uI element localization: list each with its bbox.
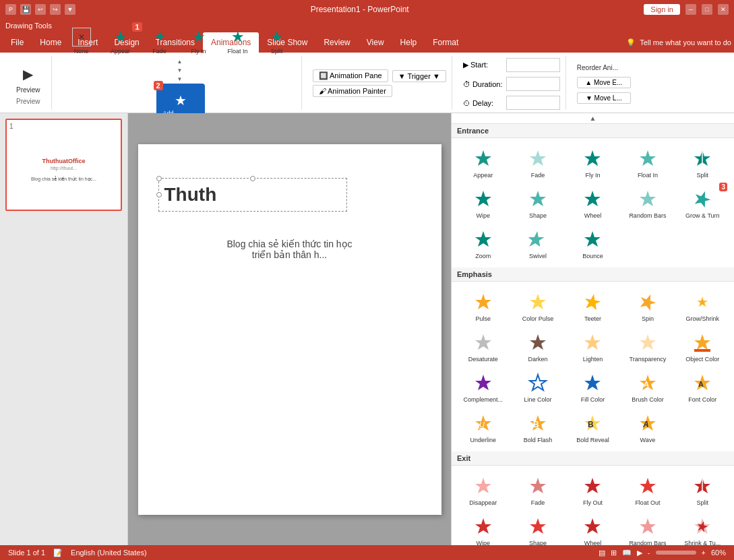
anim-darken[interactable]: Darken [512, 328, 563, 365]
anim-object-color[interactable]: Object Color [677, 328, 729, 365]
anim-floatout[interactable]: Float Out [621, 471, 673, 509]
anim-swivel-entrance[interactable]: Swivel [512, 224, 563, 262]
view-reading-icon[interactable]: 📖 [622, 549, 632, 557]
anim-wave[interactable]: A Wave [621, 408, 673, 446]
svg-marker-18 [638, 292, 658, 312]
handle-ml[interactable] [156, 192, 162, 197]
customize-icon[interactable]: ▼ [65, 4, 75, 15]
zoom-in-icon[interactable]: + [702, 549, 706, 557]
anim-flyin-entrance[interactable]: ↑ Fly In [567, 144, 619, 181]
anim-shape-exit[interactable]: Shape [512, 511, 563, 545]
anim-wheel[interactable]: Wheel [567, 184, 619, 222]
svg-marker-10 [640, 191, 656, 206]
anim-shrink-turn[interactable]: Shrink & Tu... [677, 511, 729, 545]
panel-scroll-up[interactable]: ▲ [590, 115, 597, 122]
animation-pane-button[interactable]: 🔲 Animation Pane [313, 69, 388, 82]
anim-bounce-entrance[interactable]: Bounce [567, 224, 619, 262]
anim-bold-reveal[interactable]: B Bold Reveal [567, 408, 619, 446]
anim-spin[interactable]: Spin [621, 287, 673, 325]
anim-transparency[interactable]: Transparency [621, 328, 673, 365]
view-slider-icon[interactable]: ⊞ [611, 549, 617, 557]
redo-icon[interactable]: ↪ [50, 4, 61, 15]
delay-input[interactable] [506, 96, 560, 110]
anim-wheel-exit[interactable]: Wheel [567, 511, 619, 545]
anim-random-bars-exit[interactable]: Random Bars [621, 511, 673, 545]
shrink-turn-icon [690, 514, 714, 538]
anim-wipe-exit[interactable]: Wipe [457, 511, 509, 545]
scroll-up-button[interactable]: ▲ [176, 57, 184, 66]
anim-underline[interactable]: U Underline [457, 408, 509, 446]
maximize-icon[interactable]: □ [702, 4, 712, 15]
anim-disappear[interactable]: Disappear [457, 471, 509, 509]
menu-view[interactable]: View [359, 32, 392, 53]
slide-thumbnail[interactable]: 1 ThuthuatOffice http://thuut... Blog ch… [5, 119, 122, 211]
menu-file[interactable]: File [3, 32, 32, 53]
pulse-icon [471, 290, 495, 314]
anim-pulse[interactable]: Pulse [457, 287, 509, 325]
anim-none-button[interactable]: ✕ None [63, 25, 100, 57]
anim-flyout[interactable]: Fly Out [567, 471, 619, 509]
anim-fill-color[interactable]: Fill Color [567, 368, 619, 406]
anim-shape[interactable]: Shape [512, 184, 563, 222]
animation-painter-button[interactable]: 🖌 Animation Painter [313, 85, 392, 97]
anim-floatin-button[interactable]: ★ Float In [219, 25, 257, 57]
sign-in-button[interactable]: Sign in [644, 4, 680, 15]
anim-grow-turn[interactable]: 3 Grow & Turn [677, 184, 729, 222]
anim-grow-shrink[interactable]: Grow/Shrink [677, 287, 729, 325]
anim-font-color[interactable]: A Font Color [677, 368, 729, 406]
scroll-down-button[interactable]: ▼ [176, 66, 184, 75]
minimize-icon[interactable]: ─ [685, 4, 696, 15]
scroll-more-button[interactable]: ▼ [176, 75, 184, 84]
svg-marker-12 [475, 231, 491, 247]
anim-zoom[interactable]: Zoom [457, 224, 509, 262]
anim-line-color[interactable]: Line Color [512, 368, 563, 406]
slide-thumb-content: ThuthuatOffice http://thuut... Blog chia… [9, 133, 118, 207]
zoom-bar[interactable] [656, 551, 696, 555]
zoom-out-icon[interactable]: - [648, 549, 650, 557]
start-input[interactable] [506, 58, 560, 72]
menu-help[interactable]: Help [392, 32, 425, 53]
menu-format[interactable]: Format [425, 32, 466, 53]
move-earlier-button[interactable]: ▲ Move E... [577, 77, 631, 88]
anim-teeter[interactable]: Teeter [567, 287, 619, 325]
anim-split-button[interactable]: ★ Split [258, 25, 296, 57]
anim-complement[interactable]: Complement... [457, 368, 509, 406]
trigger-button[interactable]: ▼ Trigger ▼ [392, 70, 446, 82]
view-slideshow-icon[interactable]: ▶ [637, 549, 642, 557]
anim-fade-button[interactable]: ✦ Fade [141, 25, 179, 57]
handle-tl[interactable] [156, 176, 162, 181]
close-icon[interactable]: ✕ [718, 4, 729, 15]
svg-marker-11 [692, 189, 712, 209]
anim-lighten[interactable]: Lighten [567, 328, 619, 365]
anim-color-pulse[interactable]: Color Pulse [512, 287, 563, 325]
tell-me[interactable]: 💡 Tell me what you want to do [626, 32, 731, 53]
slide-text-box[interactable]: Thuth [158, 178, 347, 212]
anim-bold-flash[interactable]: B Bold Flash [512, 408, 563, 446]
duration-input[interactable] [506, 77, 560, 91]
menu-review[interactable]: Review [315, 32, 358, 53]
anim-fade-entrance[interactable]: Fade [512, 144, 563, 181]
bold-reveal-icon: B [580, 411, 605, 435]
anim-flyin-button[interactable]: ★ Fly In [180, 25, 218, 57]
save-icon[interactable]: 💾 [20, 4, 31, 15]
anim-desaturate[interactable]: Desaturate [457, 328, 509, 365]
anim-random-bars[interactable]: Random Bars [621, 184, 673, 222]
view-normal-icon[interactable]: ▤ [599, 549, 605, 557]
anim-appear[interactable]: Appear [457, 144, 509, 181]
anim-split-entrance[interactable]: Split [677, 144, 729, 181]
undo-icon[interactable]: ↩ [35, 4, 46, 15]
anim-split-exit[interactable]: Split [677, 471, 729, 509]
anim-fade-exit[interactable]: Fade [512, 471, 563, 509]
svg-text:A: A [644, 380, 649, 388]
start-label: ▶ Start: [463, 61, 503, 69]
flyout-icon [580, 474, 605, 498]
anim-wipe[interactable]: Wipe [457, 184, 509, 222]
preview-button[interactable]: ▶ Preview [11, 61, 46, 96]
floatin-entrance-icon [636, 146, 660, 170]
handle-tm[interactable] [250, 176, 255, 181]
move-later-button[interactable]: ▼ Move L... [577, 92, 631, 104]
anim-floatin-entrance[interactable]: Float In [621, 144, 673, 181]
slide-panel: 1 ThuthuatOffice http://thuut... Blog ch… [0, 113, 128, 545]
anim-brush-color[interactable]: A Brush Color [621, 368, 673, 406]
language: English (United States) [71, 549, 147, 557]
